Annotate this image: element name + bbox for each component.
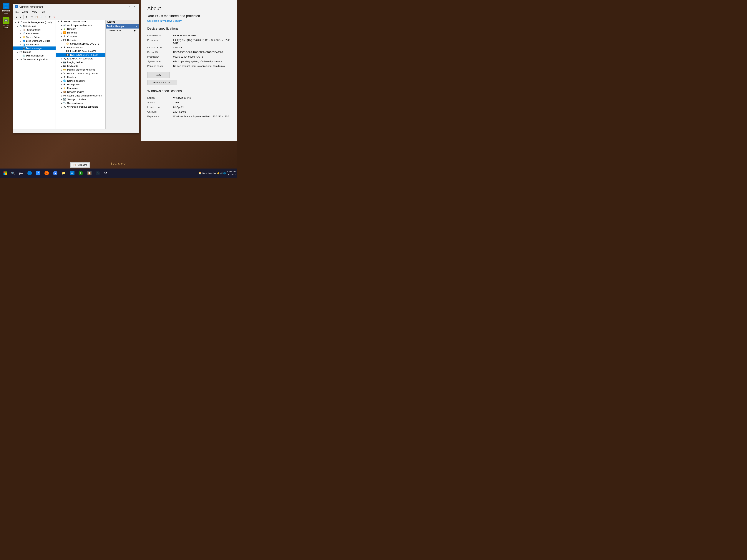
device-software[interactable]: ▶ 📦 Software devices bbox=[56, 90, 105, 94]
rename-button[interactable]: Rename this PC bbox=[147, 80, 177, 85]
device-imaging[interactable]: ▶ 📷 Imaging devices bbox=[56, 60, 105, 64]
label-shared-folders: Shared Folders bbox=[26, 36, 41, 38]
taskbar-explorer[interactable]: 📁 bbox=[60, 169, 68, 177]
device-intel-hd[interactable]: 🔲 Intel(R) HD Graphics 4600 bbox=[56, 49, 105, 53]
expand-storage-ctrl: ▶ bbox=[60, 99, 63, 101]
device-system-dev[interactable]: ▶ 🔧 System devices bbox=[56, 101, 105, 105]
label-event-viewer: Event Viewer bbox=[26, 32, 39, 35]
taskbar-chrome[interactable]: ● bbox=[51, 169, 59, 177]
tree-performance[interactable]: ▶ 📊 Performance bbox=[13, 43, 56, 47]
device-memory[interactable]: ▶ 💳 Memory technology devices bbox=[56, 68, 105, 72]
tree-local-users[interactable]: ▶ 👥 Local Users and Groups bbox=[13, 39, 56, 43]
device-usb[interactable]: ▶ 🔌 Universal Serial Bus controllers bbox=[56, 105, 105, 109]
label-storage: Storage bbox=[23, 51, 31, 53]
toolbar-new[interactable]: 📄 bbox=[39, 15, 43, 19]
device-display[interactable]: ▼ 🖥 Display adapters bbox=[56, 46, 105, 49]
spec-ram: Installed RAM 8.00 GB bbox=[147, 45, 231, 50]
actions-more-actions[interactable]: More Actions ▶ bbox=[106, 28, 139, 33]
device-bluetooth[interactable]: ▶ 📶 Bluetooth bbox=[56, 31, 105, 35]
spec-system-type: System type 64-bit operating system, x64… bbox=[147, 59, 231, 64]
menu-action[interactable]: Action bbox=[20, 10, 30, 14]
toolbar-refresh[interactable]: ↻ bbox=[48, 15, 52, 19]
desktop-icon-edge[interactable]: 🌐 Microsoft Edge bbox=[1, 2, 11, 15]
tree-task-scheduler[interactable]: ▶ 📋 Task Scheduler bbox=[13, 28, 56, 32]
taskbar-store[interactable]: 🛍 bbox=[68, 169, 76, 177]
spec-edition: Edition Windows 10 Pro bbox=[147, 96, 231, 100]
icon-samsung: 📀 bbox=[66, 43, 70, 45]
icon-mice: 🖱 bbox=[63, 72, 67, 75]
tree-system-tools[interactable]: ▼ 🔧 System Tools bbox=[13, 24, 56, 28]
toolbar-up[interactable]: ⬆ bbox=[24, 15, 28, 19]
tree-storage[interactable]: ▼ 💾 Storage bbox=[13, 50, 56, 54]
menu-bar: File Action View Help bbox=[13, 10, 139, 14]
device-processors[interactable]: ▶ ⚡ Processors bbox=[56, 86, 105, 90]
device-ide[interactable]: ▶ 🔌 IDE ATA/ATAPI controllers bbox=[56, 57, 105, 60]
spec-version-label: Version bbox=[147, 100, 173, 105]
tree-device-manager[interactable]: 💻 Device Manager bbox=[13, 47, 56, 50]
label-computer: Computer bbox=[67, 35, 77, 38]
toolbar-delete[interactable]: ✕ bbox=[43, 15, 48, 19]
taskbar-steam[interactable]: ♨ bbox=[94, 169, 102, 177]
device-keyboards[interactable]: ▶ ⌨ Keyboards bbox=[56, 64, 105, 68]
tree-event-viewer[interactable]: ▶ 📄 Event Viewer bbox=[13, 32, 56, 35]
label-processors: Processors bbox=[67, 87, 78, 90]
menu-help[interactable]: Help bbox=[39, 10, 47, 14]
minimize-button[interactable]: — bbox=[121, 5, 126, 9]
device-batteries[interactable]: ▶ 🔋 Batteries bbox=[56, 27, 105, 31]
taskbar-settings[interactable]: ⚙ bbox=[102, 169, 110, 177]
label-audio: Audio inputs and outputs bbox=[67, 24, 92, 27]
clock-time: 12:45 PM bbox=[227, 170, 236, 173]
tree-shared-folders[interactable]: ▶ 📁 Shared Folders bbox=[13, 35, 56, 39]
device-storage-ctrl[interactable]: ▶ 💽 Storage controllers bbox=[56, 98, 105, 101]
device-network[interactable]: ▶ 🌐 Network adapters bbox=[56, 79, 105, 83]
lenovo-label: lenovo bbox=[111, 161, 126, 166]
desktop-icons-container: 🌐 Microsoft Edge 🎮 NVIDIA GeFor... bbox=[0, 0, 12, 168]
expand-software: ▶ bbox=[60, 91, 63, 93]
taskbar-firefox[interactable]: 🦊 bbox=[43, 169, 51, 177]
toolbar-forward[interactable]: ▶ bbox=[18, 15, 23, 19]
device-print[interactable]: ▶ 🖨 Print queues bbox=[56, 83, 105, 86]
about-link[interactable]: See details in Windows Security bbox=[147, 20, 231, 22]
spec-system-type-value: 64-bit operating system, x64-based proce… bbox=[173, 59, 231, 64]
tree-services-apps[interactable]: ▶ ⚙ Services and Applications bbox=[13, 58, 56, 61]
device-audio[interactable]: ▶ 🔊 Audio inputs and outputs bbox=[56, 24, 105, 27]
close-button[interactable]: ✕ bbox=[132, 5, 137, 9]
taskbar-sys-icons: 🔔 🔊 🌐 bbox=[217, 172, 226, 175]
menu-file[interactable]: File bbox=[13, 10, 20, 14]
device-samsung[interactable]: 📀 Samsung SSD 850 EVO 1TB bbox=[56, 42, 105, 46]
taskbar-clipboard-app[interactable]: 📋 bbox=[85, 169, 93, 177]
clipboard-popup[interactable]: 📋 Clipboard bbox=[70, 162, 90, 167]
device-disk-drives[interactable]: ▼ 💾 Disk drives bbox=[56, 38, 105, 42]
start-button[interactable] bbox=[1, 169, 9, 177]
toolbar-back[interactable]: ◀ bbox=[14, 15, 18, 19]
clipboard-label: Clipboard bbox=[77, 164, 87, 166]
search-button[interactable]: 🔍 bbox=[10, 170, 16, 177]
expand-ide: ▶ bbox=[60, 58, 63, 60]
taskbar-task-view[interactable] bbox=[17, 169, 25, 177]
device-sound[interactable]: ▶ 🎮 Sound, video and game controllers bbox=[56, 94, 105, 98]
device-root[interactable]: ▼ 🖥 DESKTOP-0GR2M84 bbox=[56, 20, 105, 24]
expand-comp-mgmt: ▼ bbox=[14, 22, 17, 24]
svg-rect-5 bbox=[21, 172, 23, 174]
device-computer[interactable]: ▶ 🖥 Computer bbox=[56, 35, 105, 38]
svg-rect-6 bbox=[19, 174, 20, 175]
maximize-button[interactable]: ☐ bbox=[126, 5, 131, 9]
device-nvidia[interactable]: 🔲 NVIDIA GeForce GTX 960M bbox=[56, 53, 105, 57]
tree-disk-mgmt[interactable]: 💿 Disk Management bbox=[13, 54, 56, 58]
device-mice[interactable]: ▶ 🖱 Mice and other pointing devices bbox=[56, 72, 105, 75]
svg-rect-2 bbox=[3, 174, 5, 175]
expand-usb: ▶ bbox=[60, 106, 63, 108]
menu-view[interactable]: View bbox=[30, 10, 39, 14]
taskbar-xbox[interactable]: X bbox=[77, 169, 85, 177]
toolbar-properties[interactable]: 📋 bbox=[34, 15, 39, 19]
taskbar-edge[interactable]: e bbox=[26, 169, 34, 177]
toolbar-show-hide[interactable]: 👁 bbox=[30, 15, 34, 19]
toolbar-help[interactable]: ❓ bbox=[52, 15, 56, 19]
tree-comp-mgmt[interactable]: ▼ 🖥 Computer Management (Local) bbox=[13, 21, 56, 24]
copy-button[interactable]: Copy bbox=[147, 72, 170, 78]
taskbar-zoom[interactable]: Z bbox=[34, 169, 42, 177]
expand-performance: ▶ bbox=[19, 44, 22, 46]
desktop-icon-nvidia[interactable]: 🎮 NVIDIA GeFor... bbox=[1, 17, 11, 30]
device-monitors[interactable]: ▶ 🖥 Monitors bbox=[56, 75, 105, 79]
icon-task-scheduler: 📋 bbox=[22, 28, 25, 31]
